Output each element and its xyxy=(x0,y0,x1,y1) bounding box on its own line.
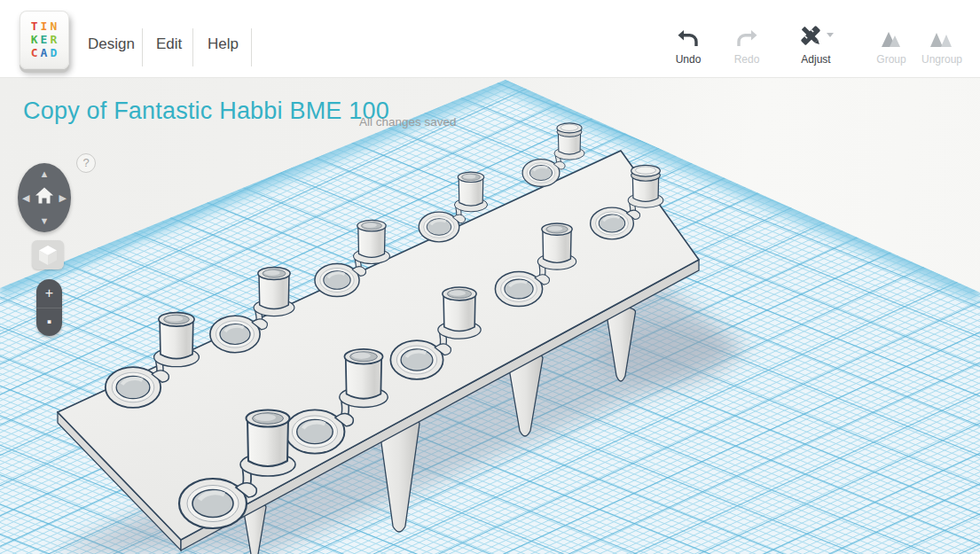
3d-viewport[interactable] xyxy=(0,78,980,554)
tinkercad-app: T I N K E R C A D Design Edit Help xyxy=(0,0,980,554)
cube-icon xyxy=(38,245,58,266)
tinkercad-logo[interactable]: T I N K E R C A D xyxy=(20,11,69,69)
pcr-tube[interactable] xyxy=(254,267,294,316)
pcr-tube[interactable] xyxy=(354,220,390,263)
save-status: All changes saved xyxy=(359,115,457,129)
group-label: Group xyxy=(876,53,906,66)
undo-label: Undo xyxy=(676,53,702,66)
menu-separator xyxy=(142,28,143,66)
logo-letter: D xyxy=(50,47,58,59)
adjust-icon xyxy=(797,21,835,48)
menu-separator xyxy=(192,28,193,66)
3d-scene: Copy of Fantastic Habbi BME 100 All chan… xyxy=(0,78,980,554)
rotate-up-icon[interactable]: ▲ xyxy=(40,169,50,179)
menu-design[interactable]: Design xyxy=(88,35,135,53)
menu-help[interactable]: Help xyxy=(208,35,239,53)
pcr-tube[interactable] xyxy=(554,123,584,160)
pcr-tube[interactable] xyxy=(628,165,663,207)
undo-icon xyxy=(678,21,699,48)
ungroup-button[interactable]: Ungroup xyxy=(913,21,970,66)
logo-letter: C xyxy=(31,47,39,59)
pcr-tube[interactable] xyxy=(340,349,388,408)
adjust-label: Adjust xyxy=(801,53,830,66)
rotate-down-icon[interactable]: ▼ xyxy=(40,216,50,226)
pcr-tube[interactable] xyxy=(438,287,481,339)
group-button[interactable]: Group xyxy=(863,21,920,66)
group-icon xyxy=(880,21,903,48)
top-toolbar: T I N K E R C A D Design Edit Help xyxy=(0,0,980,78)
logo-letter: R xyxy=(50,34,58,46)
logo-letter: E xyxy=(41,34,49,46)
ungroup-label: Ungroup xyxy=(921,53,962,66)
home-view-icon[interactable] xyxy=(35,187,54,208)
pcr-tube[interactable] xyxy=(154,313,200,367)
rotate-left-icon[interactable]: ◀ xyxy=(22,193,29,203)
ungroup-icon xyxy=(929,21,954,48)
adjust-button[interactable]: Adjust xyxy=(788,21,844,66)
logo-letter: T xyxy=(31,20,39,33)
logo-letter: I xyxy=(41,20,49,33)
pcr-tube[interactable] xyxy=(537,223,576,269)
pcr-tube[interactable] xyxy=(240,410,295,477)
logo-letter: A xyxy=(41,47,49,59)
view-cube-button[interactable] xyxy=(32,240,64,269)
menu-edit[interactable]: Edit xyxy=(156,35,182,53)
zoom-in-button[interactable]: + xyxy=(36,279,62,308)
zoom-controls: + ▪ xyxy=(36,279,62,336)
logo-letter: N xyxy=(50,20,58,33)
rotate-right-icon[interactable]: ▶ xyxy=(59,193,67,203)
redo-icon xyxy=(736,21,757,48)
orbit-control[interactable]: ▲ ▼ ◀ ▶ xyxy=(18,163,71,232)
redo-label: Redo xyxy=(734,53,760,66)
menu-separator xyxy=(251,28,252,66)
logo-letter: K xyxy=(31,34,39,46)
undo-button[interactable]: Undo xyxy=(660,21,717,66)
zoom-out-button[interactable]: ▪ xyxy=(36,308,62,337)
design-title[interactable]: Copy of Fantastic Habbi BME 100 xyxy=(23,98,389,125)
help-button[interactable]: ? xyxy=(76,153,96,173)
pcr-tube[interactable] xyxy=(454,172,487,212)
redo-button[interactable]: Redo xyxy=(718,21,775,66)
